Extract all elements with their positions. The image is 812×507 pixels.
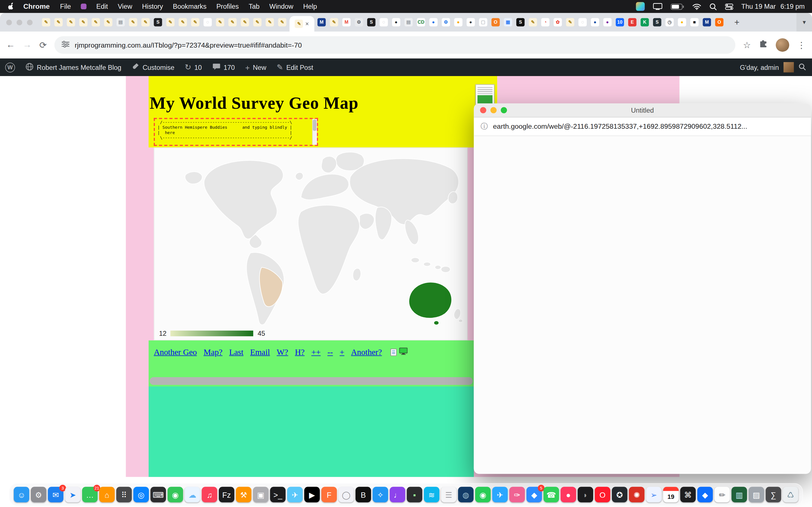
post-link-1[interactable]: Map? (204, 348, 222, 357)
post-link-0[interactable]: Another Geo (154, 348, 197, 357)
post-link-3[interactable]: Email (250, 348, 270, 357)
admin-new[interactable]: + New (240, 59, 271, 76)
url-text[interactable]: rjmprogramming.com.au/ITblog/?p=72374&pr… (75, 41, 302, 49)
horizontal-scrollbar[interactable] (150, 377, 473, 385)
dock-app-icon[interactable]: ➢ (646, 487, 661, 502)
menu-profiles[interactable]: Profiles (216, 3, 239, 10)
dock-app-icon[interactable]: ♩ (390, 487, 405, 502)
browser-tab[interactable]: ✎ (564, 13, 576, 32)
textarea-scrollbar-thumb[interactable] (313, 119, 316, 131)
browser-tab[interactable]: S (651, 13, 663, 32)
dock-trash-icon[interactable]: ♺ (783, 487, 798, 502)
dock-app-icon[interactable]: ☰ (441, 487, 456, 502)
dock-app-icon[interactable]: ◯ (338, 487, 354, 502)
browser-tab[interactable]: ✎ (139, 13, 152, 32)
browser-tab[interactable]: S (365, 13, 377, 32)
reload-button[interactable]: ⟳ (40, 40, 47, 51)
battery-icon[interactable] (670, 3, 684, 10)
admin-updates[interactable]: ↻ 10 (180, 59, 207, 76)
browser-menu-icon[interactable]: ⋮ (797, 40, 806, 51)
screen-mirroring-icon[interactable] (653, 3, 662, 10)
dock-app-icon[interactable]: ✈ (287, 487, 303, 502)
admin-site-name[interactable]: Robert James Metcalfe Blog (20, 59, 126, 76)
dock-app-icon[interactable]: ▨ (749, 487, 764, 502)
dock-app-icon[interactable]: ✏ (714, 487, 730, 502)
browser-tab[interactable]: O (713, 13, 725, 32)
browser-tab[interactable]: O (490, 13, 502, 32)
browser-tab[interactable]: ▦ (502, 13, 514, 32)
dock-calendar-icon[interactable]: 19 (663, 487, 679, 502)
browser-tab[interactable]: ✎ (328, 13, 340, 32)
browser-tab[interactable]: CD (415, 13, 427, 32)
browser-tab[interactable]: M (315, 13, 328, 32)
browser-tab[interactable]: ● (390, 13, 402, 32)
browser-tab[interactable]: ● (589, 13, 601, 32)
menu-help[interactable]: Help (303, 3, 317, 10)
window-minimize-button[interactable] (17, 19, 22, 25)
browser-tab[interactable]: ⚙ (440, 13, 452, 32)
dock-app-icon[interactable]: ▶ (304, 487, 320, 502)
dock-app-icon[interactable]: ⌘ (680, 487, 696, 502)
world-geochart[interactable] (154, 148, 467, 328)
browser-tab[interactable]: ✎ (90, 13, 102, 32)
dock-app-icon[interactable]: ◗ (578, 487, 593, 502)
dock-app-icon[interactable]: ◉ (167, 487, 183, 502)
screen-recording-indicator-icon[interactable] (81, 4, 86, 9)
dock-app-icon[interactable]: ⚙ (31, 487, 46, 502)
browser-tab[interactable]: K (639, 13, 651, 32)
browser-tab[interactable]: ● (676, 13, 688, 32)
menu-view[interactable]: View (118, 3, 132, 10)
textarea-scrollbar[interactable] (312, 119, 317, 145)
status-photo-icon[interactable] (636, 2, 645, 11)
browser-tab[interactable]: ✎ (239, 13, 251, 32)
post-link-4[interactable]: W? (276, 348, 288, 357)
browser-tab[interactable]: ✎ (40, 13, 52, 32)
browser-tab[interactable]: ⚙ (353, 13, 365, 32)
dock-app-icon[interactable]: ∑ (766, 487, 781, 502)
bookmark-star-icon[interactable]: ☆ (743, 40, 751, 51)
browser-tab[interactable]: ✎ (127, 13, 139, 32)
page-info-icon[interactable]: ⓘ (480, 122, 488, 131)
menu-tab[interactable]: Tab (249, 3, 260, 10)
site-settings-icon[interactable] (62, 40, 70, 50)
monitor-icon[interactable] (400, 348, 408, 357)
post-link-9[interactable]: Another? (351, 348, 382, 357)
dock-app-icon[interactable]: ➤ (65, 487, 81, 502)
dock-app-icon[interactable]: ● (560, 487, 576, 502)
dock-app-icon[interactable]: ◍ (458, 487, 474, 502)
post-link-5[interactable]: H? (295, 348, 305, 357)
extensions-icon[interactable] (759, 40, 768, 51)
dock-app-icon[interactable]: ✧ (373, 487, 388, 502)
menu-file[interactable]: File (60, 3, 71, 10)
browser-tab[interactable]: ✎ (214, 13, 226, 32)
browser-tab[interactable]: ✎ (251, 13, 264, 32)
browser-tab[interactable]: ● (601, 13, 613, 32)
browser-tab[interactable]: 10 (614, 13, 626, 32)
dock-app-icon[interactable]: ⌂ (99, 487, 115, 502)
dock-app-icon[interactable]: ⌨ (151, 487, 166, 502)
dock-app-icon[interactable]: ▥ (731, 487, 747, 502)
browser-tab[interactable]: ◔ (539, 13, 552, 32)
earth-close-button[interactable] (480, 107, 486, 113)
dock-app-icon[interactable]: ♫ (202, 487, 217, 502)
dock-app-icon[interactable]: ✉3 (48, 487, 63, 502)
browser-tab[interactable]: ✎ (176, 13, 189, 32)
browser-tab[interactable]: ✿ (552, 13, 564, 32)
dock-app-icon[interactable]: ▪ (407, 487, 422, 502)
post-link-8[interactable]: + (340, 348, 345, 357)
earth-zoom-button[interactable] (501, 107, 507, 113)
forward-button[interactable]: → (23, 40, 32, 50)
spotlight-search-icon[interactable] (709, 3, 716, 10)
earth-url-bar[interactable]: ⓘ earth.google.com/web/@-2116.1972581353… (474, 117, 811, 136)
browser-tab[interactable]: ✎ (164, 13, 176, 32)
post-link-6[interactable]: ++ (311, 348, 320, 357)
browser-tab[interactable]: E (626, 13, 639, 32)
admin-search-icon[interactable] (799, 63, 806, 71)
browser-tab[interactable]: ✎ (264, 13, 276, 32)
browser-tab[interactable]: S (514, 13, 527, 32)
dock-app-icon[interactable]: ✈ (492, 487, 508, 502)
apple-menu-icon[interactable] (7, 3, 14, 10)
admin-comments[interactable]: 170 (207, 59, 240, 76)
admin-avatar[interactable] (783, 62, 794, 72)
browser-tab[interactable]: ▤ (114, 13, 127, 32)
